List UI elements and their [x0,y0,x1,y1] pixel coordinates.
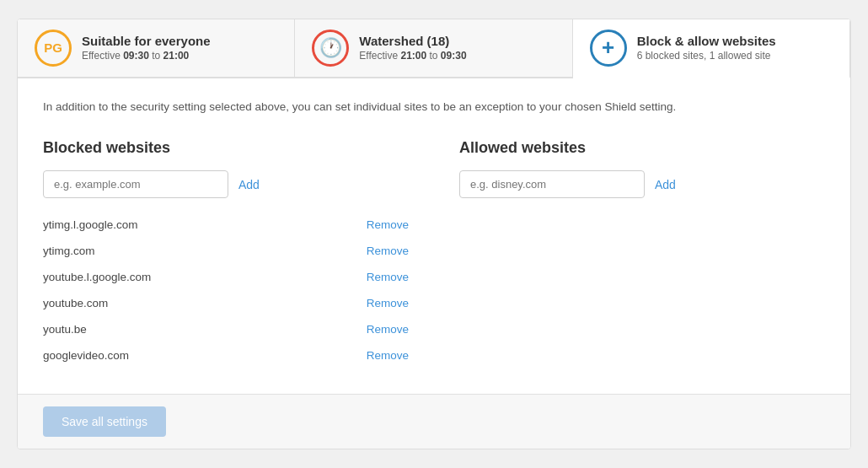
blocked-site-name: googlevideo.com [43,349,129,362]
blocked-remove-button[interactable]: Remove [367,323,409,336]
tab-block-allow-title: Block & allow websites [637,34,776,48]
pg-icon: PG [35,30,72,67]
blocked-remove-button[interactable]: Remove [367,271,409,283]
allowed-title: Allowed websites [459,139,825,157]
tab-block-allow-text: Block & allow websites 6 blocked sites, … [637,34,776,62]
tab-pg-end: 21:00 [163,50,190,62]
blocked-input-row: Add [43,170,409,198]
allowed-column: Allowed websites Add [459,139,825,368]
blocked-column: Blocked websites Add ytimg.l.google.com … [43,139,409,368]
tab-watershed-start: 21:00 [400,50,426,62]
info-text: In addition to the security setting sele… [43,99,825,116]
tab-pg-title: Suitable for everyone [82,34,211,48]
blocked-list-item: ytimg.l.google.com Remove [43,212,409,238]
save-button[interactable]: Save all settings [43,406,166,437]
blocked-list-item: ytimg.com Remove [43,238,409,264]
blocked-list-item: youtube.l.google.com Remove [43,264,409,290]
allowed-input[interactable] [459,170,645,198]
tab-watershed-to: to [430,50,441,62]
tab-block-allow-subtitle: 6 blocked sites, 1 allowed site [637,50,776,62]
tab-watershed[interactable]: 🕐 Watershed (18) Effective 21:00 to 09:3… [295,19,572,77]
footer: Save all settings [18,394,850,449]
tab-watershed-end: 09:30 [441,50,467,62]
allowed-input-row: Add [459,170,825,198]
blocked-remove-button[interactable]: Remove [367,297,409,309]
clock-icon: 🕐 [312,30,349,67]
blocked-site-name: youtu.be [43,323,87,336]
tab-watershed-title: Watershed (18) [359,34,466,48]
tab-watershed-text: Watershed (18) Effective 21:00 to 09:30 [359,34,466,62]
tab-pg-text: Suitable for everyone Effective 09:30 to… [82,34,211,62]
blocked-list-item: youtu.be Remove [43,316,409,342]
tab-bar: PG Suitable for everyone Effective 09:30… [18,19,850,78]
tab-watershed-subtitle-prefix: Effective [359,50,400,62]
main-container: PG Suitable for everyone Effective 09:30… [17,19,851,449]
blocked-site-list: ytimg.l.google.com Remove ytimg.com Remo… [43,212,409,368]
blocked-list-item: googlevideo.com Remove [43,342,409,368]
plus-circle-icon: + [590,30,627,67]
main-content: In addition to the security setting sele… [18,78,850,394]
blocked-input[interactable] [43,170,228,198]
blocked-site-name: youtube.com [43,297,108,309]
tab-block-allow[interactable]: + Block & allow websites 6 blocked sites… [573,19,850,78]
tab-watershed-subtitle: Effective 21:00 to 09:30 [359,50,466,62]
blocked-remove-button[interactable]: Remove [367,349,409,362]
tab-pg-subtitle: Effective 09:30 to 21:00 [82,50,211,62]
allowed-add-button[interactable]: Add [655,178,676,191]
tab-pg-start: 09:30 [123,50,149,62]
tab-pg-to: to [152,50,163,62]
tab-pg-subtitle-prefix: Effective [82,50,123,62]
blocked-remove-button[interactable]: Remove [367,218,409,231]
blocked-site-name: youtube.l.google.com [43,271,151,283]
blocked-remove-button[interactable]: Remove [367,245,409,257]
blocked-add-button[interactable]: Add [238,178,260,191]
tab-pg[interactable]: PG Suitable for everyone Effective 09:30… [18,19,295,77]
blocked-title: Blocked websites [43,139,409,157]
blocked-site-name: ytimg.com [43,245,95,257]
blocked-list-item: youtube.com Remove [43,290,409,316]
blocked-site-name: ytimg.l.google.com [43,218,138,231]
columns: Blocked websites Add ytimg.l.google.com … [43,139,825,368]
